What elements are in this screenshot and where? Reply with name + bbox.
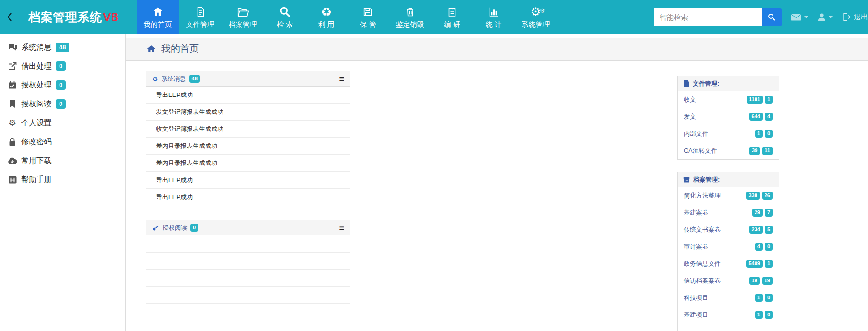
- sidebar-item-auth-reading[interactable]: 授权阅读 0: [0, 95, 125, 113]
- smart-search-input[interactable]: [654, 8, 762, 26]
- nav-item-utilize[interactable]: ♻ 利 用: [306, 0, 347, 34]
- empty-row: [146, 253, 350, 270]
- count-badge: 29: [752, 209, 763, 217]
- empty-row: [146, 304, 350, 321]
- count-badge: 48: [189, 75, 200, 83]
- nav-item-archive-management[interactable]: 档案管理: [222, 0, 264, 34]
- collapse-sidebar-button[interactable]: [0, 0, 20, 34]
- search-button[interactable]: [762, 8, 782, 26]
- save-icon: [362, 5, 374, 18]
- nav-item-label: 保 管: [360, 20, 376, 29]
- message-row: 收文登记簿报表生成成功: [146, 121, 350, 138]
- nav-item-statistics[interactable]: 统 计: [473, 0, 515, 34]
- comments-icon: [8, 44, 17, 51]
- panel-menu-button[interactable]: ≡: [339, 224, 344, 232]
- sidebar-item-system-messages[interactable]: 系统消息 48: [0, 38, 125, 57]
- stat-row: OA流转文件 3911: [678, 142, 779, 159]
- count-badge: 4: [765, 113, 773, 121]
- sidebar-item-lend-processing[interactable]: 借出处理 0: [0, 57, 125, 76]
- nav-item-system-management[interactable]: ⚙⚙ 系统管理: [515, 0, 557, 34]
- stat-link[interactable]: 发文: [684, 113, 696, 121]
- clipboard-icon: [447, 5, 458, 18]
- panel-menu-button[interactable]: ≡: [339, 75, 344, 83]
- chevron-down-icon: [829, 16, 833, 18]
- gear-icon: ⚙: [8, 119, 17, 127]
- count-badge: 0: [765, 243, 773, 251]
- logout-label: 退出: [854, 13, 868, 22]
- count-badge: 0: [56, 80, 66, 90]
- count-badge: 0: [765, 130, 773, 138]
- user-menu[interactable]: [817, 13, 833, 21]
- archive-box-icon: [683, 176, 690, 183]
- count-badge: 338: [746, 192, 759, 200]
- stat-link[interactable]: 政务信息文件: [684, 260, 721, 268]
- stat-link[interactable]: OA流转文件: [684, 147, 717, 155]
- share-out-icon: [8, 62, 17, 70]
- stat-link[interactable]: 基建案卷: [684, 209, 708, 217]
- sidebar-item-label: 常用下载: [21, 156, 52, 166]
- archive-management-panel: 档案管理: 简化方法整理 33826 基建案卷 297 传统文书案卷 2345 …: [677, 172, 779, 331]
- sidebar-item-change-password[interactable]: 修改密码: [0, 132, 125, 151]
- panel-title: 系统消息: [162, 75, 186, 83]
- panel-header: 授权阅读 0 ≡: [146, 220, 350, 235]
- stat-link[interactable]: 传统文书案卷: [684, 226, 721, 234]
- message-row: 发文登记簿报表生成成功: [146, 104, 350, 121]
- stat-link[interactable]: 收文: [684, 96, 696, 104]
- count-badge: 0: [56, 61, 66, 71]
- sidebar-item-help-manual[interactable]: 帮助手册: [0, 170, 125, 189]
- stat-link[interactable]: 信访档案案卷: [684, 277, 721, 285]
- stat-link[interactable]: 简化方法整理: [684, 192, 721, 200]
- key-icon: [152, 224, 159, 231]
- sidebar-item-common-downloads[interactable]: 常用下载: [0, 151, 125, 170]
- count-badge: 19: [749, 277, 760, 285]
- nav-item-home[interactable]: 我的首页: [137, 0, 179, 34]
- stat-link[interactable]: 基建项目: [684, 311, 708, 319]
- panel-title: 档案管理:: [693, 175, 720, 184]
- nav-item-label: 利 用: [318, 20, 335, 29]
- stat-link[interactable]: 内部文件: [684, 130, 708, 138]
- brand-version: V8: [103, 10, 119, 24]
- logout-button[interactable]: 退出: [842, 12, 868, 22]
- file-management-panel: 文件管理: 收文 11811 发文 6444 内部文件 10 OA流转文件 39…: [677, 76, 779, 160]
- empty-row: [146, 287, 350, 304]
- panel-header: 文件管理:: [678, 76, 779, 91]
- calendar-check-icon: [8, 81, 17, 89]
- empty-row: [678, 323, 779, 331]
- sidebar-item-label: 修改密码: [21, 137, 52, 147]
- stat-link[interactable]: 科技项目: [684, 294, 708, 302]
- smart-search: [654, 8, 782, 26]
- logout-icon: [842, 12, 851, 22]
- sidebar-item-label: 授权阅读: [21, 99, 52, 109]
- stat-row: 传统文书案卷 2345: [678, 221, 779, 238]
- count-badge: 1181: [747, 96, 763, 104]
- stat-row: 政务信息文件 54091: [678, 255, 779, 272]
- count-badge: 26: [762, 192, 773, 200]
- page-header: 我的首页: [126, 38, 868, 61]
- nav-item-compilation[interactable]: 编 研: [431, 0, 473, 34]
- stat-row: 内部文件 10: [678, 125, 779, 142]
- lock-icon: [8, 138, 17, 146]
- gear-icon: ⚙: [152, 76, 158, 82]
- stat-row: 收文 11811: [678, 91, 779, 108]
- nav-item-label: 统 计: [486, 20, 502, 29]
- nav-item-file-management[interactable]: 文件管理: [179, 0, 222, 34]
- stat-link[interactable]: 审计案卷: [684, 243, 708, 251]
- nav-item-appraisal-destroy[interactable]: 鉴定销毁: [389, 0, 431, 34]
- nav-item-search[interactable]: 检 索: [264, 0, 306, 34]
- sidebar-item-auth-processing[interactable]: 授权处理 0: [0, 76, 125, 95]
- stat-row: 科技项目 10: [678, 289, 779, 306]
- search-icon: [767, 13, 776, 21]
- message-row: 导出EEP成功: [146, 172, 350, 189]
- page-title: 我的首页: [161, 43, 199, 55]
- document-icon: [195, 5, 206, 18]
- user-icon: [817, 13, 826, 21]
- home-icon: [146, 44, 156, 54]
- sidebar-item-personal-settings[interactable]: ⚙ 个人设置: [0, 113, 125, 132]
- nav-item-storage[interactable]: 保 管: [347, 0, 389, 34]
- search-icon: [279, 5, 291, 18]
- mail-menu[interactable]: [791, 14, 808, 21]
- empty-row: [146, 235, 350, 253]
- count-badge: 0: [56, 99, 66, 109]
- file-icon: [683, 80, 689, 87]
- nav-item-label: 我的首页: [144, 20, 172, 29]
